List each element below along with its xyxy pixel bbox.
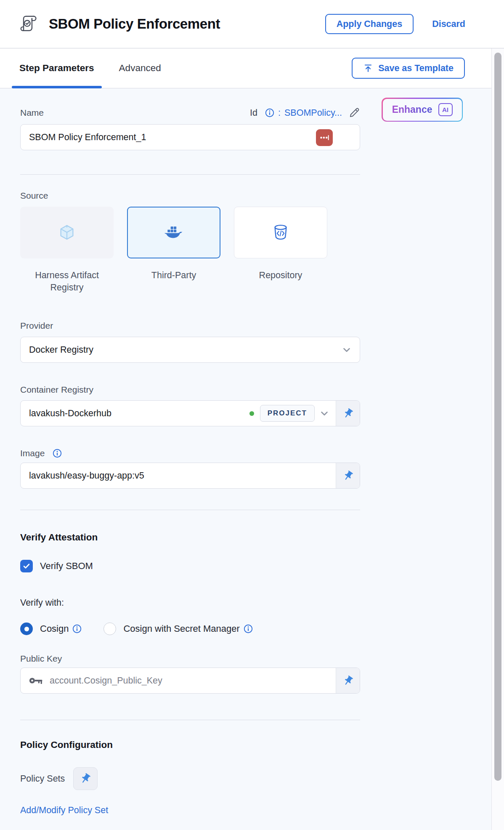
step-parameters-form: Enhance AI Name Id : [0,88,491,830]
chevron-down-icon[interactable] [319,408,330,419]
repository-bucket-icon [272,223,289,242]
source-option-label: Repository [234,269,327,294]
radio-cosign[interactable] [20,622,33,635]
section-divider [20,174,360,175]
id-colon: : [278,108,281,118]
radio-cosign-secret-manager-label: Cosign with Secret Manager [123,623,239,634]
sbom-policy-enforcement-panel: SBOM Policy Enforcement Apply Changes Di… [0,0,504,830]
provider-select[interactable]: Docker Registry [20,337,360,363]
provider-label: Provider [20,321,360,331]
section-divider [20,720,360,720]
connector-status-dot [249,411,254,416]
vertical-scrollbar[interactable] [491,48,504,830]
verify-sbom-label: Verify SBOM [40,561,93,572]
pin-policy-sets-button[interactable] [73,767,98,790]
name-id-row: Name Id : SBOMPolicy... [20,107,360,119]
save-as-template-label: Save as Template [378,63,454,74]
edit-id-pencil-icon[interactable] [348,107,360,119]
section-divider [20,510,360,510]
verify-attestation-heading: Verify Attestation [20,532,360,543]
source-card-repository[interactable] [234,207,327,258]
panel-header: SBOM Policy Enforcement Apply Changes Di… [0,0,504,48]
source-card-harness-artifact-registry[interactable] [20,207,114,258]
enhance-label: Enhance [392,104,432,115]
image-input[interactable] [29,471,330,481]
upload-template-icon [363,63,373,73]
public-key-label: Public Key [20,654,360,664]
step-id-line: Id : SBOMPolicy... [250,107,360,119]
ai-badge-icon: AI [438,103,453,116]
key-icon [29,676,43,685]
name-input[interactable] [29,132,351,143]
source-cards [20,207,360,258]
apply-changes-button[interactable]: Apply Changes [325,14,414,34]
input-type-fixed-icon[interactable] [316,129,333,146]
container-registry-label: Container Registry [20,385,360,395]
har-cube-icon [57,223,77,242]
id-prefix: Id [250,108,257,118]
pin-input-button[interactable] [336,668,360,693]
public-key-input[interactable] [50,676,330,686]
chevron-down-icon [341,344,352,355]
provider-value: Docker Registry [29,345,93,355]
source-card-labels: Harness Artifact Registry Third-Party Re… [20,269,360,294]
pin-input-button[interactable] [336,463,360,488]
image-info-icon[interactable] [53,449,62,458]
name-input-wrap [20,124,360,150]
image-field [20,463,360,489]
source-card-third-party[interactable] [127,207,220,258]
source-option-label: Harness Artifact Registry [20,269,114,294]
source-label: Source [20,191,360,201]
policy-configuration-heading: Policy Configuration [20,740,360,750]
id-info-icon[interactable] [265,108,274,117]
public-key-field [20,668,360,694]
cosign-secret-manager-info-icon[interactable] [244,624,253,633]
save-as-template-button[interactable]: Save as Template [352,58,465,79]
verify-sbom-checkbox[interactable] [20,560,33,572]
docker-whale-icon [164,224,184,241]
verify-sbom-checkbox-row[interactable]: Verify SBOM [20,560,360,572]
image-label-row: Image [20,448,360,458]
verify-with-label: Verify with: [20,598,360,608]
cosign-info-icon[interactable] [72,624,82,633]
container-registry-input[interactable] [29,408,247,419]
id-value: SBOMPolicy... [284,108,342,118]
policy-sets-label: Policy Sets [20,774,65,784]
discard-button[interactable]: Discard [432,19,465,29]
policy-sets-row: Policy Sets [20,767,360,790]
add-modify-policy-set-link[interactable]: Add/Modify Policy Set [20,805,108,816]
sbom-scroll-check-icon [19,13,40,35]
name-label: Name [20,108,44,118]
container-registry-field: PROJECT [20,400,360,426]
page-title: SBOM Policy Enforcement [49,16,220,32]
pin-input-button[interactable] [336,401,360,426]
verify-with-radio-group: Cosign Cosign with Secret Manager [20,622,360,635]
radio-cosign-label: Cosign [40,623,69,634]
tab-advanced[interactable]: Advanced [118,48,162,88]
tab-bar: Step Parameters Advanced Save as Templat… [0,48,491,88]
scope-badge: PROJECT [260,405,315,422]
image-label: Image [20,448,45,458]
enhance-ai-button[interactable]: Enhance AI [382,98,463,122]
scrollbar-thumb[interactable] [494,53,501,781]
tab-step-parameters[interactable]: Step Parameters [19,48,95,88]
source-option-label: Third-Party [127,269,220,294]
radio-cosign-secret-manager[interactable] [103,622,116,635]
